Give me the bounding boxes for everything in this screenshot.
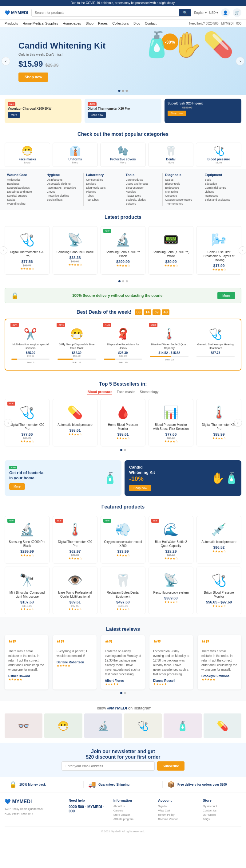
featured-card[interactable]: sale 🌡️ Digital Thermometer X20 Pro $62.…: [53, 516, 98, 563]
logo[interactable]: 💙 MYMEDI: [5, 10, 28, 15]
hero-next-arrow[interactable]: ›: [236, 57, 244, 65]
footer-link-careers[interactable]: Careers: [113, 809, 152, 812]
nav-blog[interactable]: Blog: [133, 22, 140, 25]
subcat-item[interactable]: Antiseptics: [7, 178, 42, 181]
category-face-masks[interactable]: 😷 Face masks More: [5, 143, 50, 167]
subcat-item[interactable]: Beds: [205, 178, 239, 181]
subcat-item[interactable]: Test tubes: [86, 198, 120, 201]
dot[interactable]: [120, 449, 122, 451]
subcat-item[interactable]: Pipettes: [86, 190, 120, 193]
category-protective[interactable]: 🧤 Protective covers More: [100, 143, 146, 167]
subcat-item[interactable]: Sides and assistants: [205, 198, 239, 201]
instagram-item[interactable]: 😷: [44, 713, 82, 738]
instagram-item[interactable]: 🩺: [124, 713, 162, 738]
subcat-item[interactable]: Education: [205, 182, 239, 185]
product-card[interactable]: 🩺 Digital Thermometer X20 Pro $77.56 $89…: [5, 226, 50, 275]
subcat-item[interactable]: Needles: [126, 190, 160, 193]
footer-link-cart[interactable]: View Cart: [158, 809, 196, 812]
subcat-item[interactable]: Mattresses: [205, 194, 239, 197]
product-card[interactable]: 📟 Samsung Sono (X990 Pro) White $39.99 ★…: [148, 226, 193, 275]
tab-stomatology[interactable]: Stomatology: [140, 390, 158, 395]
subcat-item[interactable]: Lighting: [205, 190, 239, 193]
dental-link[interactable]: More: [151, 161, 191, 164]
latest-products-next[interactable]: ›: [239, 246, 246, 254]
subcat-item[interactable]: Devices: [86, 182, 120, 185]
subcat-item[interactable]: Swabs: [7, 198, 42, 201]
subcat-item[interactable]: Surgical hats: [47, 198, 81, 201]
product-card[interactable]: new 🔬 Samsung Sono X990 Pro Black $299.9…: [101, 226, 145, 275]
deal-card[interactable]: -46% 😷 3 Ply Group Disposable Blue Face …: [55, 323, 98, 366]
footer-link-affiliate[interactable]: Affiliate program: [113, 817, 152, 821]
nav-homepages[interactable]: Homepages: [63, 22, 81, 25]
subcat-item[interactable]: Disinfectants: [47, 178, 81, 181]
cart-icon-button[interactable]: 🛒: [233, 8, 241, 17]
dot[interactable]: [124, 449, 126, 451]
subcat-item[interactable]: Scalpels, blades: [126, 198, 160, 201]
search-button[interactable]: 🔍: [179, 9, 191, 16]
subcat-item[interactable]: Surgical sutures: [7, 194, 42, 197]
instagram-item[interactable]: 💊: [203, 713, 241, 738]
deal-card[interactable]: -20% ✂️ Multi-function surgical special …: [9, 323, 52, 366]
search-input[interactable]: [32, 9, 179, 16]
subcat-item[interactable]: Monitoring: [165, 190, 199, 193]
subcat-item[interactable]: Protective clothing: [47, 194, 81, 197]
featured-card[interactable]: 📡 Recto-fluoroscopy system $389.60 ★★★★☆: [148, 566, 193, 614]
dot[interactable]: [120, 692, 122, 694]
subcat-item[interactable]: Disposable clothing: [47, 182, 81, 185]
featured-card[interactable]: 👁️ Icare Tonno Professional Ocular Multi…: [53, 566, 98, 614]
footer-link-contact[interactable]: Contact Us: [203, 809, 241, 812]
dot[interactable]: [126, 280, 128, 282]
instagram-item[interactable]: 🧴: [164, 713, 201, 738]
dot[interactable]: [124, 692, 126, 694]
subcat-item[interactable]: Oxygen concentrators: [165, 198, 199, 201]
promo-card-1-btn[interactable]: More: [8, 112, 20, 118]
subcat-item[interactable]: Electrosurgery: [126, 186, 160, 189]
subcat-item[interactable]: Plaster tools: [126, 194, 160, 197]
subcat-item[interactable]: Dressings and more: [7, 190, 42, 193]
footer-link-our-stores[interactable]: Our Stores: [203, 813, 241, 816]
subcat-item[interactable]: Endoscope: [165, 186, 199, 189]
subcat-item[interactable]: Tubes: [86, 194, 120, 197]
subcat-item[interactable]: Consumables: [86, 178, 120, 181]
subcat-item[interactable]: Germicidal lamps: [205, 186, 239, 189]
hero-shop-button[interactable]: Shop now: [19, 72, 48, 82]
featured-card[interactable]: 🦷 Rectasam Butea Dental Equipment $497.6…: [101, 566, 145, 614]
hero-prev-arrow[interactable]: ‹: [2, 57, 10, 65]
featured-card[interactable]: new 💨 Oxygen concentrator model X200 $33…: [101, 516, 145, 563]
footer-link-store-locator[interactable]: Store Locator: [113, 813, 152, 816]
tab-blood-pressure[interactable]: Blood pressure: [87, 390, 112, 395]
subcat-item[interactable]: Gloves: [47, 190, 81, 193]
hero-dot-3[interactable]: [126, 90, 128, 92]
footer-link-faqs[interactable]: FAQs: [203, 817, 241, 821]
product-card[interactable]: 💊 Automatic blood pressure $98.61 ★★★★☆: [53, 399, 98, 446]
featured-card[interactable]: 💉 Automatic blood pressure $96.52 ★★★★☆: [196, 516, 241, 563]
subcat-item[interactable]: Bandages: [7, 182, 42, 185]
category-uniforms[interactable]: 👔 Uniforms More: [53, 143, 98, 167]
subcat-item[interactable]: Wound healing: [7, 202, 42, 205]
user-icon-button[interactable]: 👤: [221, 8, 230, 17]
subcat-item[interactable]: Diagnostic tests: [86, 186, 120, 189]
subcat-item[interactable]: Face masks - protective: [47, 186, 81, 189]
tab-face-masks[interactable]: Face masks: [117, 390, 135, 395]
nav-contact[interactable]: Contact: [145, 22, 157, 25]
protective-link[interactable]: More: [103, 161, 143, 164]
instagram-item[interactable]: 👓: [5, 713, 43, 738]
subcat-item[interactable]: Scissors: [126, 202, 160, 205]
newsletter-subscribe-button[interactable]: Subscribe: [157, 762, 185, 771]
dot[interactable]: [118, 280, 120, 282]
product-card[interactable]: 📊 Blood Pressure Monitor with Stress Ris…: [148, 399, 193, 446]
footer-link-my-account[interactable]: My Account: [203, 805, 241, 808]
deal-card[interactable]: -41% 🧣 Disposable Face Mask for Unisex $…: [102, 323, 144, 366]
footer-link-signin[interactable]: Sign In: [158, 805, 196, 808]
currency-selector[interactable]: USD ▾: [209, 11, 218, 14]
nav-shop[interactable]: Shop: [85, 22, 93, 25]
subcat-item[interactable]: Otoscope: [165, 194, 199, 197]
category-dental[interactable]: 🦷 Dental More: [148, 143, 194, 167]
nav-collections[interactable]: Collections: [112, 22, 129, 25]
nav-products[interactable]: Products: [5, 22, 18, 25]
bestsellers-next[interactable]: ›: [234, 419, 242, 427]
blood-pressure-link[interactable]: More: [199, 161, 239, 164]
featured-card[interactable]: new 🔬 Samsung Sono X2000 Pro Black $299.…: [5, 516, 50, 563]
deal-card[interactable]: -20% 🌡️ Blue Hot Water Bottle 2 Quart Ca…: [147, 323, 191, 366]
product-card[interactable]: 🌬️ Cabin Dust Filter Breathable 5 Layers…: [196, 226, 241, 275]
